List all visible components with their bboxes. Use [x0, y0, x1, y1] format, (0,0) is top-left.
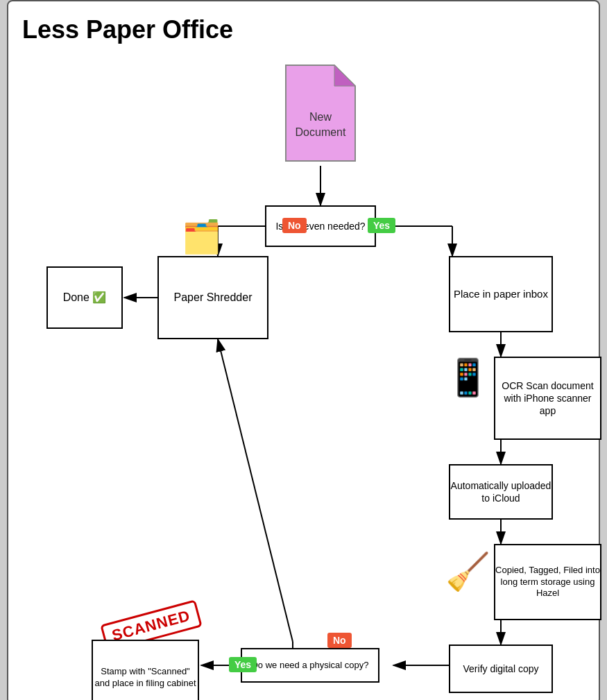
shredder-icon: 🗂️ [182, 218, 221, 255]
is-needed-box: Is this even needed? [265, 205, 376, 247]
auto-upload-box: Automatically uploaded to iCloud [449, 464, 553, 520]
yes-label-inbox: Yes [368, 218, 395, 233]
paper-shredder-box: Paper Shredder [157, 256, 268, 339]
svg-text:New: New [309, 111, 332, 123]
place-inbox-box: Place in paper inbox [449, 256, 553, 332]
done-box: Done ✅ [46, 266, 123, 329]
page-title: Less Paper Office [22, 15, 585, 44]
svg-marker-16 [334, 65, 355, 86]
diagram-container: Less Paper Office [7, 0, 600, 700]
broom-icon: 🧹 [445, 551, 490, 593]
stamp-scanned-box: Stamp with "Scanned" and place in filing… [92, 640, 199, 700]
copied-tagged-box: Copied, Tagged, Filed into long term sto… [494, 544, 601, 620]
svg-line-13 [218, 339, 293, 642]
svg-text:Document: Document [296, 126, 346, 138]
new-document-icon: New Document [279, 58, 362, 166]
no-label-shredder: No [282, 218, 307, 233]
yes-label-stamp: Yes [229, 657, 257, 672]
scanner-icon: 📱 [445, 357, 490, 399]
no-label-physical: No [327, 633, 352, 648]
physical-copy-box: Do we need a physical copy? [241, 648, 379, 683]
verify-digital-box: Verify digital copy [449, 644, 553, 693]
flowchart: New Document Is this even needed? No Yes… [22, 51, 585, 690]
ocr-scan-box: OCR Scan document with iPhone scanner ap… [494, 357, 601, 440]
